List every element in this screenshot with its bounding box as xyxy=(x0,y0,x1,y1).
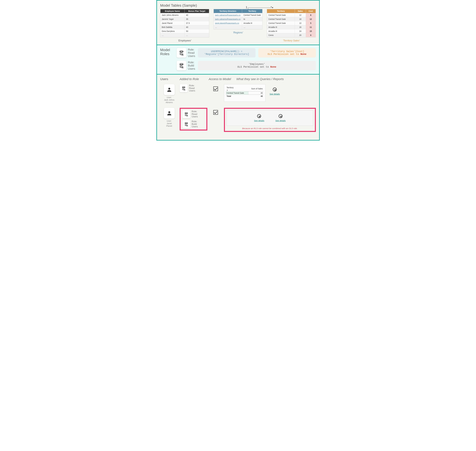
rls-dax-expression: USERPRINCIPALNAME() = 'Regions'[Territor… xyxy=(198,48,256,57)
table-row: jack.j.abrams@spaceparts.coCentral Trans… xyxy=(214,13,262,17)
user-jack-label: User: Jack Johns Abrams xyxy=(160,96,178,104)
access-heading: Access to Model xyxy=(209,77,235,81)
result-total-row: Total 40 xyxy=(226,95,263,98)
table-row: Ceres209 xyxy=(267,33,316,37)
col-bonus-plan: Bonus Plan Target xyxy=(184,9,209,13)
role-build-label: Role: Build Users xyxy=(188,61,195,70)
highlight-error-result: See details See details Because an RLS r… xyxy=(224,108,316,132)
territory-sales-table: Territory Sales Cost Central Transit Gat… xyxy=(267,9,316,37)
error-result: See details xyxy=(254,114,264,122)
table-row: Central Transit Gate105 xyxy=(267,21,316,25)
employees-table-block: Employee Name Bonus Plan Target Jack Joh… xyxy=(160,9,209,42)
territory-sales-table-block: Territory Sales Cost Central Transit Gat… xyxy=(267,9,316,42)
assigned-role-read: Role: Read Users xyxy=(180,84,207,92)
result-col-sum: Sum of Sales xyxy=(248,86,263,91)
col-employee-name: Employee Name xyxy=(160,9,184,13)
ols-employees-permission: 'Employees' OLS Permission set to None xyxy=(198,61,316,70)
col-cost: Cost xyxy=(306,9,316,13)
roles-title: Model Roles xyxy=(160,48,173,70)
error-icon xyxy=(279,114,282,118)
error-result: See details xyxy=(275,114,286,122)
query-result-table: Territory▲ Sum of Sales Central Transit … xyxy=(224,84,265,102)
see-details-link[interactable]: See details xyxy=(275,119,286,122)
database-role-icon xyxy=(177,61,186,70)
role-row-read: Role: Read Users USERPRINCIPALNAME() = '… xyxy=(177,48,316,58)
users-header-row: Users Added to Role Access to Model What… xyxy=(160,77,316,81)
section-users: Users Added to Role Access to Model What… xyxy=(157,75,319,140)
table-row: Bob Dabilda40 xyxy=(160,25,209,29)
section-model-roles: Model Roles Role: Read Users USERPRINCIP… xyxy=(157,45,319,75)
col-territory-directors: Territory Directors xyxy=(214,9,242,13)
table-row: Janet Planet37.5 xyxy=(160,21,209,25)
user-icon xyxy=(164,84,175,95)
table-row: jack.j.abrams@spaceparts.coIo xyxy=(214,17,262,21)
result-data-row: Central Transit Gate 40 xyxy=(226,91,263,95)
database-role-icon xyxy=(177,48,186,58)
section-model-tables: Model Tables (Sample) 1 * ▼ Employee Nam… xyxy=(157,0,319,45)
table-row: Jack Johns Abrams40 xyxy=(160,13,209,17)
user-janet-label: User: Janet Planet xyxy=(160,120,178,127)
table-row: Jaromir Yager35 xyxy=(160,17,209,21)
col-territory: Territory xyxy=(242,9,262,13)
table-row: Arcadia III1611 xyxy=(267,25,316,29)
database-role-icon xyxy=(180,84,188,92)
regions-caption: 'Regions' xyxy=(214,31,262,34)
table-row: Central Transit Gate1812 xyxy=(267,17,316,21)
table-row: …… xyxy=(160,33,209,37)
users-heading: Users xyxy=(160,77,178,81)
ols-rls-caption: Because an RLS role cannot be combined w… xyxy=(226,127,313,130)
table-row: …… xyxy=(214,25,262,29)
error-icon xyxy=(273,88,277,91)
arrow-down-icon: ▼ xyxy=(272,6,274,9)
checkbox-checked-icon xyxy=(213,87,218,91)
col-territory-ts: Territory xyxy=(267,9,295,13)
assigned-role-read: Role: Read Users xyxy=(182,110,205,118)
role-row-build: Role: Build Users 'Employees' OLS Permis… xyxy=(177,61,316,70)
table-row: Dora Dax'plora50 xyxy=(160,29,209,33)
checkbox-checked-icon xyxy=(213,110,218,115)
error-result: See details xyxy=(270,84,280,95)
ols-cost-permission: 'Territory Sales'[Cost] OLS Permission s… xyxy=(258,48,316,57)
table-row: Arcadia III2415 xyxy=(267,29,316,33)
highlight-combined-roles: Role: Read Users Role: Build Users xyxy=(180,108,207,131)
what-they-see-heading: What they see in Queries / Reports xyxy=(236,77,316,81)
territory-sales-caption: 'Territory Sales' xyxy=(267,39,316,42)
error-result-box: See details See details xyxy=(226,110,313,126)
database-role-icon xyxy=(182,120,190,128)
cardinality-one: 1 xyxy=(246,6,247,9)
table-row: Central Transit Gate128 xyxy=(267,13,316,17)
regions-table: Territory Directors Territory jack.j.abr… xyxy=(214,9,262,29)
employees-caption: 'Employees' xyxy=(160,39,209,42)
regions-table-block: Territory Directors Territory jack.j.abr… xyxy=(214,9,262,34)
see-details-link[interactable]: See details xyxy=(270,93,280,95)
user-row-janet: User: Janet Planet Role: Read Users xyxy=(160,108,316,132)
see-details-link[interactable]: See details xyxy=(254,119,264,122)
result-col-territory: Territory▲ xyxy=(226,86,248,91)
user-icon xyxy=(164,108,175,119)
col-sales: Sales xyxy=(295,9,306,13)
assigned-role-build: Role: Build Users xyxy=(182,120,205,128)
sort-asc-icon: ▲ xyxy=(226,89,228,91)
relationship-indicator: 1 * ▼ xyxy=(246,6,274,10)
added-to-role-heading: Added to Role xyxy=(180,77,207,81)
role-read-label: Role: Read Users xyxy=(188,48,195,58)
user-row-jack: User: Jack Johns Abrams Role: Read Users xyxy=(160,84,316,104)
table-row: janet.planet@spaceparts.coArcadia III xyxy=(214,21,262,25)
tables-title: Model Tables (Sample) xyxy=(160,3,316,8)
database-role-icon xyxy=(182,110,190,118)
employees-table: Employee Name Bonus Plan Target Jack Joh… xyxy=(160,9,209,37)
error-icon xyxy=(257,114,261,118)
